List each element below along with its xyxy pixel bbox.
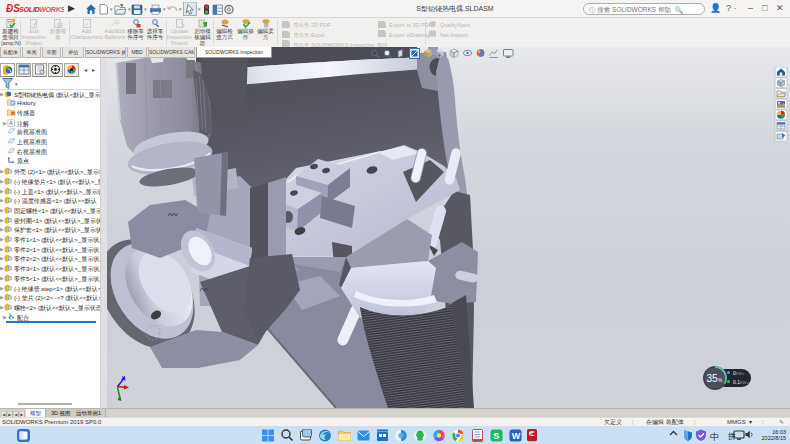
- svg-text:中: 中: [710, 432, 719, 442]
- svg-text:▾: ▾: [110, 6, 113, 12]
- svg-text:▾: ▾: [163, 6, 166, 12]
- svg-text:S: S: [493, 431, 499, 441]
- svg-text:W: W: [512, 431, 521, 441]
- svg-text:◂: ◂: [84, 67, 87, 73]
- svg-text:▾: ▾: [128, 6, 131, 12]
- svg-text:▸: ▸: [92, 67, 95, 73]
- svg-text:WORKS: WORKS: [39, 5, 64, 14]
- svg-text:▾: ▾: [15, 81, 18, 87]
- svg-text:▾: ▾: [179, 6, 182, 12]
- svg-text:SOLID: SOLID: [19, 5, 40, 14]
- svg-text:拼: 拼: [727, 432, 736, 441]
- svg-text:▾: ▾: [198, 6, 201, 12]
- svg-text:✓: ✓: [84, 21, 89, 27]
- svg-text:▾: ▾: [144, 6, 147, 12]
